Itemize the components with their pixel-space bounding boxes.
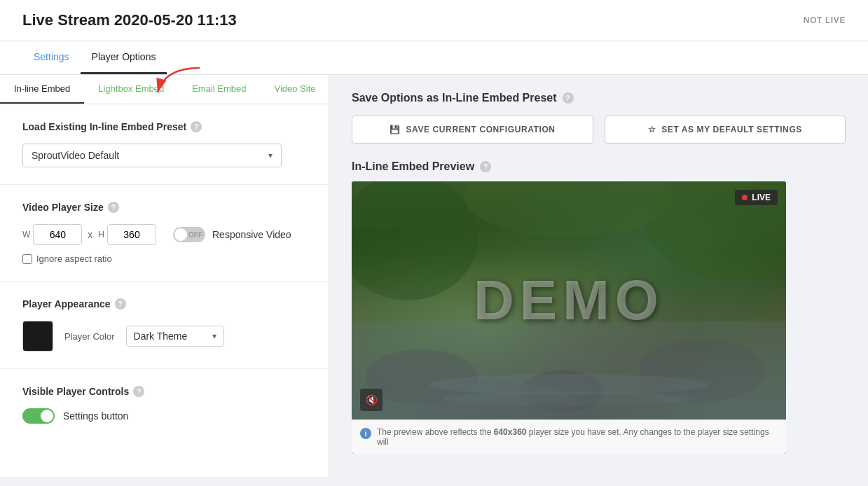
- aspect-ratio-checkbox[interactable]: [22, 254, 32, 264]
- theme-dropdown[interactable]: Dark Theme Light Theme Custom ▾: [126, 326, 224, 347]
- sub-tabs: In-line Embed Lightbox Embed Email Embed…: [0, 75, 329, 104]
- set-default-button[interactable]: ☆ SET AS MY DEFAULT SETTINGS: [605, 116, 846, 144]
- tab-player-options[interactable]: Player Options: [81, 41, 167, 74]
- video-controls: 🔇: [360, 389, 383, 411]
- player-color-label: Player Color: [64, 331, 115, 342]
- height-label: H: [98, 230, 104, 239]
- size-section: Video Player Size ? W x H OFF: [0, 185, 329, 282]
- save-options-title: Save Options as In-Line Embed Preset ?: [352, 92, 846, 104]
- left-panel: In-line Embed Lightbox Embed Email Embed…: [0, 75, 329, 477]
- settings-btn-toggle[interactable]: [22, 408, 55, 424]
- svg-point-10: [464, 181, 674, 237]
- subtab-lightbox-embed[interactable]: Lightbox Embed: [84, 75, 178, 104]
- mute-button[interactable]: 🔇: [360, 389, 383, 411]
- save-buttons: 💾 SAVE CURRENT CONFIGURATION ☆ SET AS MY…: [352, 116, 846, 144]
- page-title: Live Stream 2020-05-20 11:13: [22, 11, 237, 29]
- settings-btn-label: Settings button: [63, 410, 128, 422]
- tabs-bar: Settings Player Options: [0, 41, 868, 75]
- settings-btn-row: Settings button: [22, 408, 306, 424]
- aspect-ratio-row: Ignore aspect ratio: [22, 254, 306, 264]
- height-input[interactable]: [107, 224, 156, 245]
- responsive-label: Responsive Video: [212, 229, 291, 240]
- preset-dropdown[interactable]: SproutVideo Default Custom Preset 1 Cust…: [22, 144, 282, 167]
- player-appearance-row: Player Color Dark Theme Light Theme Cust…: [22, 321, 306, 352]
- aspect-ratio-label: Ignore aspect ratio: [36, 254, 112, 264]
- width-input[interactable]: [33, 224, 82, 245]
- height-field: H: [98, 224, 156, 245]
- info-icon: i: [360, 428, 371, 439]
- preset-section: Load Existing In-line Embed Preset ? Spr…: [0, 104, 329, 185]
- toggle-off-label: OFF: [188, 231, 202, 239]
- video-preview: DEMO LIVE 🔇 i The preview above reflects…: [352, 181, 786, 454]
- size-help-icon[interactable]: ?: [108, 202, 119, 213]
- preset-section-title: Load Existing In-line Embed Preset ?: [22, 121, 306, 132]
- save-icon: 💾: [390, 125, 401, 134]
- live-dot: [742, 195, 748, 200]
- preview-help-icon[interactable]: ?: [480, 161, 491, 172]
- size-section-title: Video Player Size ?: [22, 202, 306, 213]
- save-options-help-icon[interactable]: ?: [563, 92, 574, 104]
- size-inputs-row: W x H OFF Responsive Video: [22, 224, 306, 245]
- width-field: W: [22, 224, 82, 245]
- live-badge: LIVE: [735, 190, 778, 205]
- theme-chevron-icon: ▾: [212, 331, 216, 341]
- video-preview-image: DEMO LIVE 🔇: [352, 181, 786, 419]
- subtab-video-site[interactable]: Video Site: [260, 75, 329, 104]
- live-label: LIVE: [752, 193, 771, 202]
- appearance-section-title: Player Appearance ?: [22, 298, 306, 310]
- save-current-button[interactable]: 💾 SAVE CURRENT CONFIGURATION: [352, 116, 593, 144]
- main-content: In-line Embed Lightbox Embed Email Embed…: [0, 75, 868, 477]
- size-multiplier: x: [88, 229, 92, 240]
- player-color-swatch[interactable]: [22, 321, 53, 352]
- preview-note-text: The preview above reflects the 640x360 p…: [377, 427, 778, 447]
- status-badge: NOT LIVE: [804, 15, 846, 25]
- page-header: Live Stream 2020-05-20 11:13 NOT LIVE: [0, 0, 868, 41]
- responsive-toggle[interactable]: OFF: [173, 227, 205, 242]
- preview-title: In-Line Embed Preview ?: [352, 160, 846, 173]
- settings-toggle-knob: [41, 410, 53, 422]
- preview-note: i The preview above reflects the 640x360…: [352, 419, 786, 454]
- star-icon: ☆: [648, 125, 656, 134]
- controls-help-icon[interactable]: ?: [133, 386, 144, 397]
- subtab-email-embed[interactable]: Email Embed: [178, 75, 260, 104]
- tab-settings[interactable]: Settings: [22, 41, 81, 74]
- width-label: W: [22, 230, 30, 239]
- responsive-toggle-container: OFF Responsive Video: [173, 227, 291, 242]
- appearance-help-icon[interactable]: ?: [115, 298, 126, 310]
- preset-help-icon[interactable]: ?: [191, 121, 202, 132]
- appearance-section: Player Appearance ? Player Color Dark Th…: [0, 282, 329, 369]
- controls-section-title: Visible Player Controls ?: [22, 386, 306, 397]
- subtab-inline-embed[interactable]: In-line Embed: [0, 75, 84, 104]
- visible-controls-section: Visible Player Controls ? Settings butto…: [0, 369, 329, 440]
- preset-chevron-icon: ▾: [268, 151, 273, 160]
- mute-icon: 🔇: [366, 394, 378, 405]
- demo-text: DEMO: [474, 268, 664, 333]
- color-swatch-inner: [23, 321, 53, 351]
- toggle-knob: [174, 228, 187, 241]
- preset-select[interactable]: SproutVideo Default Custom Preset 1 Cust…: [32, 150, 268, 161]
- right-panel: Save Options as In-Line Embed Preset ? 💾…: [329, 75, 868, 477]
- theme-select[interactable]: Dark Theme Light Theme Custom: [134, 331, 212, 342]
